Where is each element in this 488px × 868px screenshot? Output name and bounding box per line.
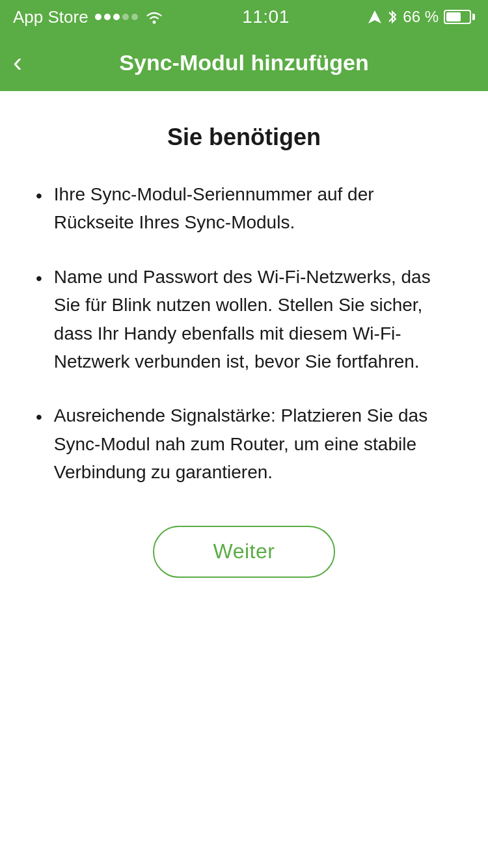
list-item: • Ausreichende Signalstärke: Platzieren … xyxy=(36,401,452,486)
carrier-label: App Store xyxy=(13,7,88,27)
nav-title: Sync-Modul hinzufügen xyxy=(119,50,368,75)
bullet-text-1: Ihre Sync-Modul-Seriennummer auf der Rüc… xyxy=(54,180,452,237)
weiter-button[interactable]: Weiter xyxy=(153,526,335,578)
svg-marker-1 xyxy=(368,10,381,23)
bullet-dot-2: • xyxy=(36,264,42,292)
list-item: • Name und Passwort des Wi-Fi-Netzwerks,… xyxy=(36,263,452,376)
bullet-text-3: Ausreichende Signalstärke: Platzieren Si… xyxy=(54,401,452,486)
battery-icon xyxy=(444,10,475,24)
status-time: 11:01 xyxy=(242,7,290,27)
status-left: App Store xyxy=(13,7,164,27)
bullet-dot-1: • xyxy=(36,182,42,210)
status-bar: App Store 11:01 66 % xyxy=(0,0,488,34)
list-item: • Ihre Sync-Modul-Seriennummer auf der R… xyxy=(36,180,452,237)
status-right: 66 % xyxy=(368,8,475,26)
back-chevron-icon: ‹ xyxy=(13,49,22,76)
bullet-list: • Ihre Sync-Modul-Seriennummer auf der R… xyxy=(36,180,452,487)
battery-percent: 66 % xyxy=(403,8,439,26)
bullet-text-2: Name und Passwort des Wi-Fi-Netzwerks, d… xyxy=(54,263,452,376)
bullet-dot-3: • xyxy=(36,403,42,431)
dot-5 xyxy=(131,14,138,20)
dot-1 xyxy=(95,14,102,20)
button-container: Weiter xyxy=(36,526,452,578)
dot-4 xyxy=(122,14,129,20)
nav-bar: ‹ Sync-Modul hinzufügen xyxy=(0,34,488,91)
bluetooth-icon xyxy=(387,9,398,25)
dot-2 xyxy=(104,14,111,20)
signal-dots xyxy=(95,14,138,20)
wifi-icon xyxy=(144,10,164,24)
back-button[interactable]: ‹ xyxy=(13,49,22,76)
section-title: Sie benötigen xyxy=(36,124,452,151)
dot-3 xyxy=(113,14,120,20)
main-content: Sie benötigen • Ihre Sync-Modul-Seriennu… xyxy=(0,91,488,868)
location-icon xyxy=(368,10,382,24)
svg-point-0 xyxy=(152,21,156,24)
